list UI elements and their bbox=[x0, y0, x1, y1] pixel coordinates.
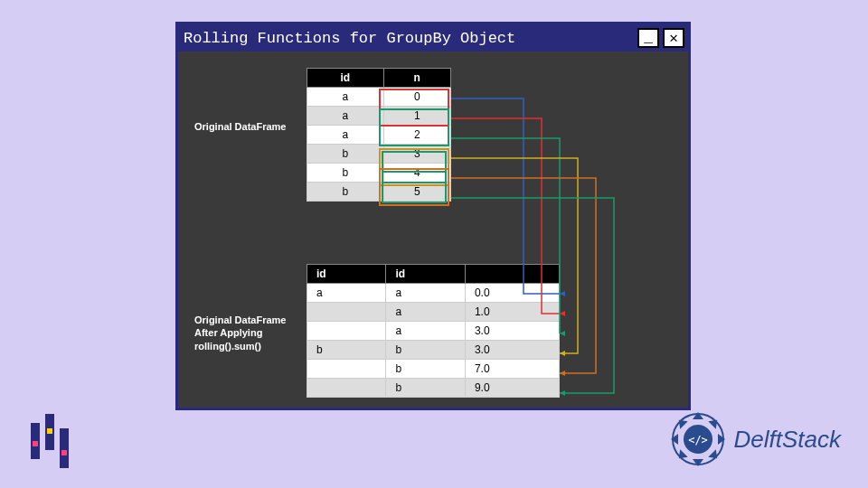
table-cell: b bbox=[386, 360, 465, 379]
table-cell: 3 bbox=[383, 145, 450, 164]
pandas-logo-icon bbox=[25, 414, 80, 468]
table-cell: b bbox=[386, 341, 465, 360]
table-cell: 2 bbox=[383, 126, 450, 145]
table-cell: 7.0 bbox=[465, 360, 559, 379]
svg-marker-5 bbox=[560, 390, 565, 396]
table-cell: a bbox=[386, 284, 465, 303]
table-cell: 0 bbox=[383, 88, 450, 107]
table-cell bbox=[307, 360, 386, 379]
table-row: a0 bbox=[307, 88, 451, 107]
table-cell: 3.0 bbox=[465, 322, 559, 341]
svg-marker-15 bbox=[718, 434, 725, 445]
table-cell: a bbox=[307, 88, 384, 107]
svg-rect-10 bbox=[60, 428, 69, 468]
label-after-l2: After Applying bbox=[194, 327, 262, 338]
titlebar: Rolling Functions for GroupBy Object _ ✕ bbox=[178, 24, 688, 52]
table-cell: 5 bbox=[383, 183, 450, 202]
table-row: a2 bbox=[307, 126, 451, 145]
svg-marker-16 bbox=[708, 449, 721, 462]
table-row: b7.0 bbox=[307, 360, 560, 379]
table-cell: 3.0 bbox=[465, 341, 559, 360]
svg-marker-14 bbox=[708, 417, 721, 429]
table-cell: b bbox=[307, 183, 384, 202]
t1-h1: n bbox=[383, 69, 450, 88]
svg-rect-9 bbox=[47, 428, 52, 434]
table-cell: 1.0 bbox=[465, 303, 559, 322]
label-original: Original DataFrame bbox=[194, 121, 286, 132]
table-cell: a bbox=[307, 284, 386, 303]
table-cell: a bbox=[386, 303, 465, 322]
table-cell: 1 bbox=[383, 107, 450, 126]
table-cell: 9.0 bbox=[465, 379, 559, 398]
label-after-l1: Original DataFrame bbox=[194, 314, 286, 325]
svg-marker-18 bbox=[675, 449, 687, 462]
svg-marker-3 bbox=[560, 351, 565, 356]
svg-marker-4 bbox=[560, 371, 565, 376]
table-row: b4 bbox=[307, 164, 451, 183]
t2-h1: id bbox=[386, 265, 465, 284]
table-original: id n a0a1a2b3b4b5 bbox=[307, 68, 451, 202]
svg-rect-11 bbox=[61, 450, 67, 455]
table-result: id id aa0.0a1.0a3.0bb3.0b7.0b9.0 bbox=[307, 264, 560, 398]
delftstack-logo: </> DelftStack bbox=[669, 410, 842, 468]
table-row: b3 bbox=[307, 145, 451, 164]
table-cell: b bbox=[307, 164, 384, 183]
table-row: b9.0 bbox=[307, 379, 560, 398]
table-row: a1 bbox=[307, 107, 451, 126]
table-row: aa0.0 bbox=[307, 284, 560, 303]
table-cell: a bbox=[386, 322, 465, 341]
delftstack-icon: </> bbox=[669, 410, 727, 468]
window-content: Original DataFrame Original DataFrame Af… bbox=[178, 52, 688, 408]
app-window: Rolling Functions for GroupBy Object _ ✕… bbox=[175, 22, 691, 410]
delftstack-text: DelftStack bbox=[734, 426, 842, 454]
minimize-button[interactable]: _ bbox=[637, 28, 659, 48]
table-cell: 4 bbox=[383, 164, 450, 183]
svg-marker-20 bbox=[675, 417, 687, 429]
label-after: Original DataFrame After Applying rollin… bbox=[194, 314, 286, 352]
table-row: a3.0 bbox=[307, 322, 560, 341]
svg-marker-17 bbox=[693, 459, 703, 466]
table-cell: 0.0 bbox=[465, 284, 559, 303]
t2-h0: id bbox=[307, 265, 386, 284]
table-cell bbox=[307, 379, 386, 398]
table-row: bb3.0 bbox=[307, 341, 560, 360]
table-cell bbox=[307, 303, 386, 322]
svg-marker-2 bbox=[560, 331, 565, 336]
table-row: a1.0 bbox=[307, 303, 560, 322]
table-cell: b bbox=[307, 341, 386, 360]
table-cell bbox=[307, 322, 386, 341]
t1-h0: id bbox=[307, 69, 384, 88]
window-buttons: _ ✕ bbox=[637, 28, 684, 48]
svg-text:</>: </> bbox=[688, 434, 708, 446]
table-cell: b bbox=[307, 145, 384, 164]
table-cell: a bbox=[307, 107, 384, 126]
table-cell: b bbox=[386, 379, 465, 398]
svg-marker-1 bbox=[560, 311, 565, 316]
close-button[interactable]: ✕ bbox=[663, 28, 684, 48]
svg-rect-7 bbox=[33, 441, 38, 446]
window-title: Rolling Functions for GroupBy Object bbox=[184, 30, 515, 47]
label-after-l3: rolling().sum() bbox=[194, 341, 261, 352]
svg-marker-13 bbox=[693, 412, 703, 419]
table-row: b5 bbox=[307, 183, 451, 202]
svg-marker-19 bbox=[671, 434, 678, 445]
t2-h2 bbox=[465, 265, 559, 284]
table-cell: a bbox=[307, 126, 384, 145]
svg-marker-0 bbox=[560, 291, 565, 296]
